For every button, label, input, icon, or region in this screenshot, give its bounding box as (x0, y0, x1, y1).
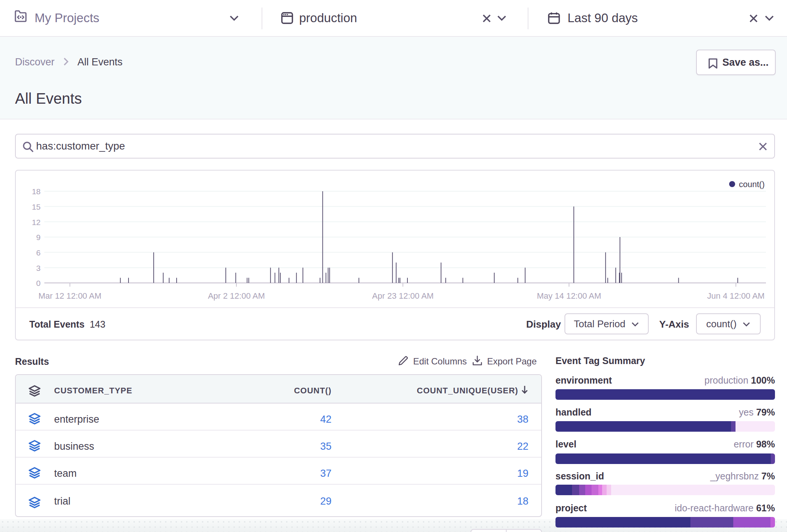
svg-text:Jun 4 12:00 AM: Jun 4 12:00 AM (707, 291, 765, 301)
svg-text:Apr 23 12:00 AM: Apr 23 12:00 AM (372, 291, 434, 301)
svg-text:12: 12 (32, 218, 41, 227)
svg-text:0: 0 (36, 279, 41, 287)
svg-text:15: 15 (32, 203, 41, 211)
svg-text:Apr 2 12:00 AM: Apr 2 12:00 AM (208, 291, 265, 301)
svg-text:3: 3 (36, 264, 41, 272)
svg-text:May 14 12:00 AM: May 14 12:00 AM (537, 291, 601, 301)
svg-text:Mar 12 12:00 AM: Mar 12 12:00 AM (38, 291, 101, 301)
svg-text:6: 6 (36, 248, 41, 257)
svg-text:18: 18 (32, 187, 41, 196)
svg-text:9: 9 (36, 233, 41, 242)
